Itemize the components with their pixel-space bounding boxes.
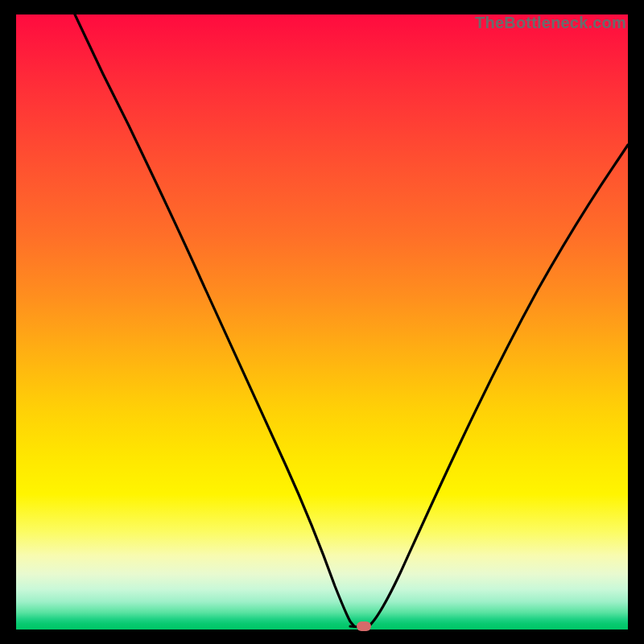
minimum-marker (357, 621, 371, 631)
chart-frame: TheBottleneck.com (0, 0, 644, 644)
bottleneck-curve (16, 14, 628, 630)
plot-area: TheBottleneck.com (16, 14, 628, 630)
